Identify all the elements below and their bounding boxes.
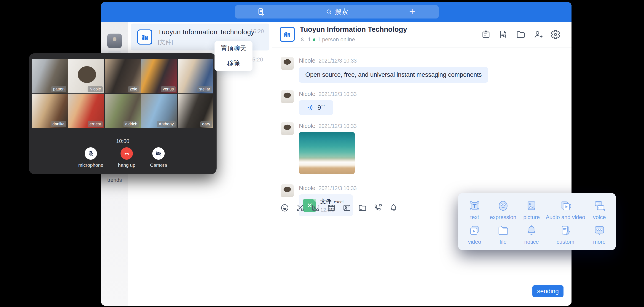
panel-item-label: video	[468, 239, 481, 245]
panel-item-label: voice	[593, 214, 606, 220]
folder-icon[interactable]	[358, 203, 367, 212]
conversation-context-menu: 置顶聊天 移除	[214, 41, 252, 71]
message-time: 2021/12/3 10:33	[318, 123, 356, 129]
message-time: 2021/12/3 10:33	[318, 185, 356, 191]
sender-name: Nicole	[299, 122, 315, 129]
control-label: hang up	[118, 162, 136, 168]
panel-item-label: expression	[490, 214, 516, 220]
text-icon	[468, 199, 481, 212]
message-list: Nicole 2021/12/3 10:33 Open source, free…	[272, 47, 572, 200]
voice-bubble[interactable]: 9``	[299, 100, 333, 115]
sender-avatar[interactable]	[280, 184, 294, 197]
panel-item-label: text	[470, 214, 479, 220]
picture-icon[interactable]	[311, 203, 320, 212]
picture-icon	[525, 199, 538, 212]
video-call-icon[interactable]	[374, 203, 382, 212]
search-icon	[326, 8, 332, 15]
scissors-icon[interactable]	[296, 203, 305, 212]
send-button[interactable]: sending	[532, 285, 564, 297]
panel-item-label: notice	[524, 239, 539, 245]
menu-item-remove[interactable]: 移除	[214, 56, 252, 71]
sender-avatar[interactable]	[280, 122, 294, 135]
panel-item-expression[interactable]: expression	[489, 198, 517, 222]
sender-avatar[interactable]	[280, 57, 294, 70]
participant-grid: patton Nicole zoie venus stellar danika …	[32, 59, 213, 128]
message-voice: Nicole 2021/12/3 10:33 9``	[280, 90, 357, 115]
video-call-overlay: patton Nicole zoie venus stellar danika …	[29, 53, 216, 174]
panel-item-voice[interactable]: voice	[585, 198, 614, 222]
folder-icon	[497, 224, 510, 237]
text-bubble[interactable]: Open source, free, and universal instant…	[299, 67, 488, 83]
participant-tile: zoie	[105, 59, 140, 93]
participant-tile: aldrich	[105, 94, 140, 128]
message-image: Nicole 2021/12/3 10:33	[280, 122, 357, 174]
panel-item-audio-video[interactable]: Audio and video	[546, 198, 585, 222]
message-time: 2021/12/3 10:33	[318, 58, 356, 64]
panel-item-video[interactable]: video	[460, 222, 489, 247]
menu-item-pin-chat[interactable]: 置顶聊天	[214, 41, 252, 56]
announcement-icon[interactable]	[481, 29, 491, 39]
participant-tile: venus	[141, 59, 177, 93]
building-icon	[140, 32, 150, 42]
panel-item-label: file	[500, 239, 506, 245]
participant-tile: danika	[32, 94, 68, 128]
panel-item-notice[interactable]: notice	[517, 222, 546, 247]
sender-name: Nicole	[299, 185, 315, 192]
video-icon	[468, 224, 481, 237]
building-icon	[282, 29, 292, 39]
contact-card-icon[interactable]	[342, 203, 352, 212]
hang-up-icon[interactable]	[120, 147, 133, 160]
online-dot	[313, 38, 315, 41]
bell-icon[interactable]	[389, 203, 398, 212]
panel-item-text[interactable]: text	[460, 198, 489, 222]
microphone-control[interactable]: microphone	[78, 147, 103, 168]
audio-video-icon	[559, 199, 572, 212]
participant-tile: patton	[32, 59, 68, 93]
add-member-icon[interactable]	[533, 29, 543, 39]
image-attachment[interactable]	[299, 132, 355, 174]
search-bar[interactable]: 搜索 +	[235, 5, 439, 18]
participant-name: stellar	[197, 86, 212, 92]
chat-main: Tuoyun Information Technology 1 1 person…	[272, 22, 572, 306]
participant-tile: Anthony	[141, 94, 177, 128]
message-time: 2021/12/3 10:33	[318, 91, 356, 97]
participant-name: patton	[51, 86, 66, 92]
emoji-icon[interactable]	[280, 203, 289, 212]
call-controls: microphone hang up Camer	[29, 147, 216, 168]
bell-icon	[525, 224, 538, 237]
search-placeholder: 搜索	[335, 7, 348, 16]
chat-history-search-icon[interactable]	[498, 29, 508, 39]
control-label: Camera	[150, 162, 167, 168]
mic-off-icon[interactable]	[84, 147, 97, 160]
message-text: Nicole 2021/12/3 10:33 Open source, free…	[280, 57, 488, 83]
participant-name: aldrich	[124, 121, 139, 127]
camera-control[interactable]: Camera	[150, 147, 167, 168]
group-avatar	[280, 27, 295, 42]
panel-item-more[interactable]: more	[585, 222, 614, 247]
participant-tile: Nicole	[68, 59, 104, 93]
panel-item-custom[interactable]: custom	[546, 222, 585, 247]
settings-gear-icon[interactable]	[550, 29, 560, 39]
members-icon	[300, 36, 306, 42]
participant-tile: ernest	[68, 94, 104, 128]
participant-name: Nicole	[88, 86, 103, 92]
group-avatar	[137, 29, 152, 44]
panel-item-label: more	[593, 239, 606, 245]
video-icon[interactable]	[327, 203, 336, 212]
chat-title: Tuoyun Information Technology	[300, 25, 407, 33]
panel-item-file[interactable]: file	[489, 222, 517, 247]
member-count: 1	[308, 36, 311, 43]
expression-icon	[497, 199, 510, 212]
panel-item-picture[interactable]: picture	[517, 198, 546, 222]
sender-avatar[interactable]	[280, 90, 294, 103]
participant-tile: gary	[178, 94, 213, 128]
add-icon[interactable]: +	[407, 7, 417, 17]
camera-off-icon[interactable]	[152, 147, 165, 160]
trends-label: trends	[101, 177, 128, 183]
files-icon[interactable]	[516, 29, 526, 39]
participant-tile: stellar	[178, 59, 213, 93]
hang-up-control[interactable]: hang up	[118, 147, 136, 168]
chat-subtitle: 1 1 person online	[300, 36, 355, 43]
user-avatar[interactable]	[107, 33, 122, 48]
online-status: 1 person online	[318, 36, 355, 43]
